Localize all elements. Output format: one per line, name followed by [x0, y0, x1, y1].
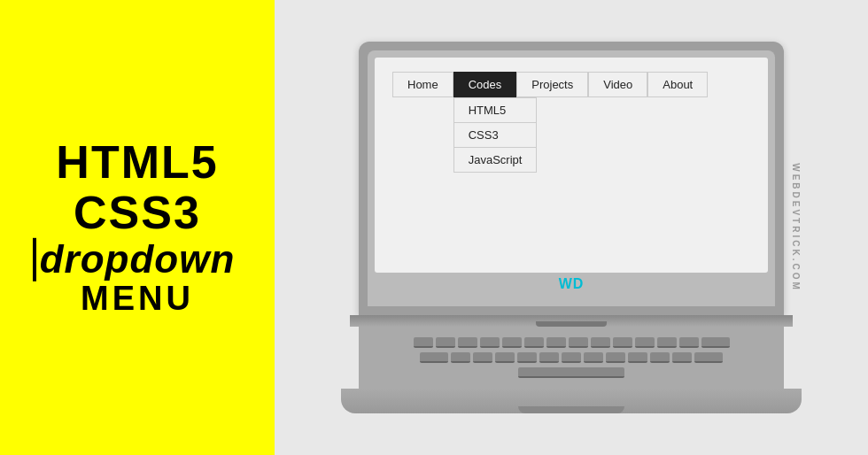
key: [657, 337, 677, 348]
key: [613, 337, 632, 348]
keyboard-row-2: [420, 352, 723, 363]
laptop: Home Codes HTML5 CSS3 JavaScript Project: [341, 42, 802, 413]
laptop-screen: Home Codes HTML5 CSS3 JavaScript Project: [375, 58, 768, 273]
key: [436, 337, 455, 348]
dropdown-menu: HTML5 CSS3 JavaScript: [453, 97, 538, 173]
key: [502, 337, 522, 348]
dropdown-item-html5[interactable]: HTML5: [453, 97, 538, 123]
key: [458, 337, 477, 348]
key: [420, 352, 448, 363]
left-panel: HTML5 CSS3 dropdown MENU: [0, 0, 275, 455]
dropdown-item-javascript[interactable]: JavaScript: [453, 148, 538, 173]
title-html5: HTML5: [40, 137, 236, 188]
nav-link-home[interactable]: Home: [392, 72, 453, 97]
key: [569, 337, 588, 348]
laptop-base: [341, 389, 802, 413]
key: [562, 352, 581, 363]
title-css3: CSS3: [40, 188, 236, 238]
dropdown-item-css3[interactable]: CSS3: [453, 123, 538, 148]
nav-item-codes[interactable]: Codes HTML5 CSS3 JavaScript: [453, 72, 517, 97]
laptop-keyboard: [359, 327, 784, 389]
key: [495, 352, 515, 363]
nav-item-projects[interactable]: Projects: [516, 72, 588, 97]
nav-link-video[interactable]: Video: [588, 72, 647, 97]
nav-link-projects[interactable]: Projects: [516, 72, 588, 97]
keyboard-row-3: [518, 367, 624, 378]
key: [451, 352, 470, 363]
right-panel: WEBDEVTRICK.COM Home Codes HTML5: [275, 0, 868, 455]
laptop-hinge: [350, 315, 793, 328]
key: [694, 352, 723, 363]
title-block: HTML5 CSS3 dropdown MENU: [40, 137, 236, 319]
nav-item-home[interactable]: Home: [392, 72, 453, 97]
nav-menu: Home Codes HTML5 CSS3 JavaScript Project: [375, 58, 768, 97]
key: [672, 352, 692, 363]
key: [584, 352, 603, 363]
key: [650, 352, 670, 363]
key: [591, 337, 610, 348]
key: [414, 337, 433, 348]
key: [517, 352, 537, 363]
key: [539, 352, 559, 363]
key: [473, 352, 492, 363]
key: [606, 352, 625, 363]
nav-link-about[interactable]: About: [647, 72, 708, 97]
key: [524, 337, 544, 348]
laptop-logo: WD: [559, 276, 585, 292]
keyboard-row-1: [414, 337, 730, 348]
laptop-bezel: Home Codes HTML5 CSS3 JavaScript Project: [368, 50, 775, 306]
key: [628, 352, 647, 363]
nav-item-video[interactable]: Video: [588, 72, 647, 97]
laptop-screen-outer: Home Codes HTML5 CSS3 JavaScript Project: [359, 42, 784, 315]
key: [679, 337, 699, 348]
key: [635, 337, 655, 348]
nav-link-codes[interactable]: Codes: [453, 72, 517, 97]
title-menu: MENU: [40, 281, 236, 318]
key: [480, 337, 500, 348]
key: [701, 337, 730, 348]
title-dropdown: dropdown: [40, 238, 236, 281]
spacebar-key: [518, 367, 624, 378]
key: [546, 337, 566, 348]
nav-item-about[interactable]: About: [647, 72, 708, 97]
